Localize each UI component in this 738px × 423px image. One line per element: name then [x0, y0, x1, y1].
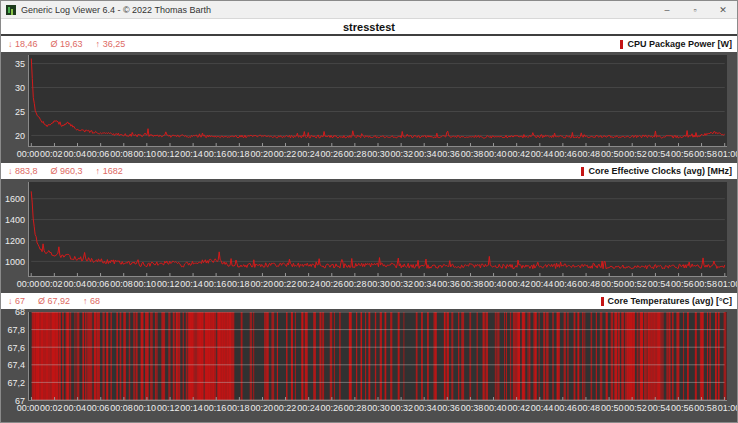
x-axis-tick-label: 00:28	[344, 149, 367, 159]
x-axis-tick-label: 00:20	[250, 149, 273, 159]
x-axis-tick-label: 00:40	[484, 403, 507, 413]
y-axis-tick-label: 1400	[1, 215, 25, 225]
x-axis-tick-label: 00:12	[157, 279, 180, 289]
x-axis-tick-label: 00:42	[507, 279, 530, 289]
chart-stats: ↓ 18,46 Ø 19,63 ↑ 36,25	[8, 39, 125, 49]
x-axis-tick-label: 00:06	[87, 279, 110, 289]
x-axis-tick-label: 00:38	[461, 403, 484, 413]
x-axis-tick-label: 00:40	[484, 279, 507, 289]
stat-min: ↓ 67	[8, 296, 25, 306]
x-axis-tick-label: 00:22	[274, 403, 297, 413]
x-axis-tick-label: 00:16	[204, 403, 227, 413]
stat-max: ↑ 1682	[96, 166, 123, 176]
x-axis-tick-label: 00:06	[87, 149, 110, 159]
x-axis-tick-label: 00:26	[321, 403, 344, 413]
x-axis-tick-label: 00:20	[250, 279, 273, 289]
x-axis-tick-label: 00:48	[578, 279, 601, 289]
x-axis-tick-label: 00:56	[671, 279, 694, 289]
app-logo-icon	[6, 5, 16, 15]
plot-area[interactable]	[28, 55, 727, 147]
y-axis-tick-label: 30	[1, 83, 25, 93]
x-axis-tick-label: 00:08	[110, 279, 133, 289]
avg-icon: Ø	[51, 166, 58, 176]
close-button[interactable]: ✕	[709, 1, 737, 18]
x-axis-tick-label: 00:30	[367, 149, 390, 159]
x-axis-tick-label: 00:12	[157, 403, 180, 413]
x-axis-tick-label: 00:34	[414, 403, 437, 413]
x-axis-tick-label: 01:00	[718, 403, 738, 413]
log-title: stresstest	[343, 21, 395, 33]
avg-icon: Ø	[51, 39, 58, 49]
x-axis-tick-label: 00:34	[414, 149, 437, 159]
plot-area[interactable]	[28, 182, 727, 277]
stat-max: ↑ 36,25	[96, 39, 126, 49]
chart-core-temperatures[interactable]: 00:0000:0200:0400:0600:0800:1000:1200:14…	[1, 309, 737, 423]
x-axis-tick-label: 00:52	[624, 279, 647, 289]
y-axis-tick-label: 20	[1, 131, 25, 141]
x-axis-tick-label: 00:52	[624, 149, 647, 159]
x-axis-tick-label: 00:50	[601, 149, 624, 159]
x-axis-tick-label: 00:44	[531, 403, 554, 413]
x-axis-tick-label: 00:14	[180, 149, 203, 159]
x-axis-tick-label: 00:32	[391, 149, 414, 159]
minimize-button[interactable]: –	[653, 1, 681, 18]
stat-avg: Ø 19,63	[51, 39, 83, 49]
x-axis-tick-label: 00:10	[134, 279, 157, 289]
x-axis-tick-label: 00:50	[601, 403, 624, 413]
x-axis-tick-label: 00:28	[344, 279, 367, 289]
max-arrow-icon: ↑	[96, 39, 101, 49]
x-axis-tick-label: 00:30	[367, 279, 390, 289]
stats-strip-core-effective-clocks: ↓ 883,8 Ø 960,3 ↑ 1682 Core Effective Cl…	[1, 163, 737, 179]
x-axis-tick-label: 00:20	[250, 403, 273, 413]
y-axis-tick-label: 1200	[1, 236, 25, 246]
avg-icon: Ø	[38, 296, 45, 306]
x-axis-tick-label: 00:18	[227, 149, 250, 159]
y-axis-tick-label: 1600	[1, 194, 25, 204]
x-axis-tick-label: 00:48	[578, 403, 601, 413]
series-color-swatch	[601, 297, 604, 306]
x-axis-tick-label: 00:50	[601, 279, 624, 289]
maximize-button[interactable]: ▫	[681, 1, 709, 18]
stats-strip-core-temperatures: ↓ 67 Ø 67,92 ↑ 68 Core Temperatures (avg…	[1, 293, 737, 309]
x-axis-tick-label: 00:54	[648, 149, 671, 159]
stats-strip-cpu-package-power: ↓ 18,46 Ø 19,63 ↑ 36,25 CPU Package Powe…	[1, 36, 737, 52]
y-axis-tick-label: 67	[1, 396, 25, 406]
y-axis-tick-label: 67,8	[1, 325, 25, 335]
x-axis-tick-label: 00:26	[321, 149, 344, 159]
x-axis-tick-label: 00:30	[367, 403, 390, 413]
x-axis-tick-label: 00:24	[297, 279, 320, 289]
title-bar: Generic Log Viewer 6.4 - © 2022 Thomas B…	[1, 1, 737, 19]
chart-title: Core Temperatures (avg) [°C]	[608, 296, 732, 306]
x-axis-tick-label: 00:10	[134, 149, 157, 159]
x-axis-tick-label: 00:14	[180, 279, 203, 289]
plot-area[interactable]	[28, 312, 727, 401]
x-axis-tick-label: 00:04	[63, 279, 86, 289]
chart-stats: ↓ 883,8 Ø 960,3 ↑ 1682	[8, 166, 123, 176]
max-arrow-icon: ↑	[96, 166, 101, 176]
x-axis-tick-label: 00:42	[507, 403, 530, 413]
x-axis-tick-label: 00:58	[694, 279, 717, 289]
min-arrow-icon: ↓	[8, 296, 13, 306]
chart-title: CPU Package Power [W]	[627, 39, 732, 49]
x-axis-tick-label: 00:58	[694, 149, 717, 159]
series-color-swatch	[581, 167, 584, 176]
y-axis-tick-label: 1000	[1, 257, 25, 267]
x-axis-tick-label: 00:44	[531, 149, 554, 159]
x-axis-tick-label: 00:22	[274, 279, 297, 289]
x-axis-tick-label: 01:00	[718, 149, 738, 159]
min-arrow-icon: ↓	[8, 166, 13, 176]
chart-cpu-package-power[interactable]: 00:0000:0200:0400:0600:0800:1000:1200:14…	[1, 52, 737, 163]
x-axis-tick-label: 00:08	[110, 403, 133, 413]
chart-core-effective-clocks[interactable]: 00:0000:0200:0400:0600:0800:1000:1200:14…	[1, 179, 737, 293]
x-axis-tick-label: 00:42	[507, 149, 530, 159]
min-arrow-icon: ↓	[8, 39, 13, 49]
chart-title: Core Effective Clocks (avg) [MHz]	[588, 166, 732, 176]
x-axis-tick-label: 00:14	[180, 403, 203, 413]
x-axis-tick-label: 00:54	[648, 279, 671, 289]
x-axis-tick-label: 00:58	[694, 403, 717, 413]
x-axis-tick-label: 00:00	[17, 149, 40, 159]
x-axis-tick-label: 00:12	[157, 149, 180, 159]
x-axis-tick-label: 00:16	[204, 149, 227, 159]
x-axis-tick-label: 00:36	[437, 149, 460, 159]
x-axis-tick-label: 00:38	[461, 279, 484, 289]
